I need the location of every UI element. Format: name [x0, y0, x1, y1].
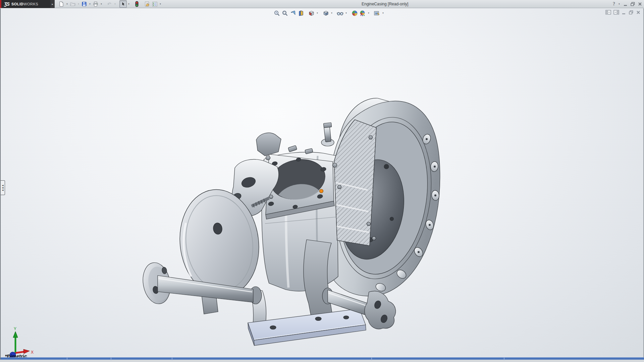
minimize-icon	[623, 2, 628, 6]
previous-view-button[interactable]	[289, 9, 297, 17]
save-button[interactable]	[80, 0, 88, 8]
window-title: EngineCasing [Read-only]	[362, 2, 408, 6]
logo-text-light: WORKS	[23, 2, 38, 6]
file-properties-icon	[144, 1, 150, 7]
select-dropdown[interactable]: ▾	[127, 3, 130, 5]
print-button[interactable]	[92, 0, 99, 8]
solidworks-logo[interactable]: ƷS SOLIDWORKS	[0, 0, 50, 8]
view-orientation-dropdown[interactable]: ▾	[316, 12, 319, 14]
display-style-button[interactable]	[322, 9, 329, 17]
hide-show-items-icon	[337, 10, 343, 16]
doc-minimize-button[interactable]	[622, 10, 626, 16]
collapse-arrow-icon: ◀	[2, 184, 4, 186]
edit-appearance-button[interactable]	[351, 9, 358, 17]
print-dropdown[interactable]: ▾	[100, 3, 103, 5]
collapse-arrow-icon: ◀	[2, 187, 4, 189]
open-button[interactable]	[69, 0, 76, 8]
options-button[interactable]	[151, 0, 158, 8]
engine-casing-model[interactable]	[142, 92, 443, 350]
undo-button[interactable]	[106, 0, 113, 8]
new-document-button[interactable]	[58, 0, 65, 8]
window-controls: ? ▾	[613, 0, 642, 8]
hide-show-items-dropdown[interactable]: ▾	[344, 12, 348, 14]
app-minimize-button[interactable]	[623, 2, 628, 6]
menu-flyout-arrow[interactable]: ▸	[50, 0, 55, 8]
taskbar-edge	[1, 357, 644, 360]
selection-marker[interactable]	[320, 189, 323, 193]
save-dropdown[interactable]: ▾	[88, 3, 92, 5]
show-left-pane-button[interactable]	[605, 10, 611, 16]
3ds-logo-icon: ƷS	[4, 1, 9, 7]
feature-manager-collapsed-tab[interactable]: ◀ ◀ ◀	[1, 180, 5, 195]
save-icon	[82, 1, 87, 7]
logo-red-stripe	[0, 0, 1, 8]
help-button[interactable]: ?	[613, 1, 615, 7]
display-style-icon	[323, 10, 329, 16]
app-close-button[interactable]	[638, 2, 642, 6]
zoom-to-area-icon	[282, 10, 288, 16]
rebuild-traffic-light-icon	[135, 1, 139, 7]
undo-dropdown[interactable]: ▾	[113, 3, 117, 5]
print-icon	[93, 1, 98, 7]
new-document-icon	[59, 1, 64, 7]
hide-show-items-button[interactable]	[336, 9, 344, 17]
apply-scene-button[interactable]	[359, 9, 366, 17]
view-orientation-button[interactable]	[308, 9, 315, 17]
edit-appearance-icon	[352, 10, 358, 16]
doc-close-icon	[636, 10, 641, 15]
document-window-controls	[605, 10, 641, 16]
previous-view-icon	[290, 10, 296, 16]
main-toolbar: ▾ ▾ ▾	[58, 0, 162, 8]
triad-y-label: Y	[14, 327, 16, 331]
logo-text-bold: SOLID	[11, 2, 23, 6]
open-icon	[70, 1, 75, 7]
flyout-arrow-icon: ▸	[52, 3, 53, 6]
new-document-dropdown[interactable]: ▾	[65, 3, 69, 5]
graphics-viewport[interactable]: ▾ ▾ ▾	[0, 8, 644, 360]
view-settings-dropdown[interactable]: ▾	[381, 12, 385, 14]
open-dropdown[interactable]: ▾	[77, 3, 80, 5]
select-cursor-icon	[120, 1, 126, 7]
titlebar: ƷS SOLIDWORKS ▸ ▾ ▾	[0, 0, 644, 8]
zoom-to-fit-button[interactable]	[273, 9, 280, 17]
doc-restore-button[interactable]	[629, 10, 634, 16]
help-dropdown[interactable]: ▾	[618, 3, 621, 5]
collapse-arrow-icon: ◀	[2, 189, 4, 191]
display-style-dropdown[interactable]: ▾	[330, 12, 333, 14]
doc-close-button[interactable]	[636, 10, 641, 16]
solidworks-window: ƷS SOLIDWORKS ▸ ▾ ▾	[0, 0, 644, 362]
headsup-view-toolbar: ▾ ▾ ▾	[273, 9, 385, 17]
apply-scene-dropdown[interactable]: ▾	[367, 12, 370, 14]
show-right-pane-icon	[613, 10, 619, 15]
apply-scene-icon	[359, 10, 366, 16]
doc-restore-icon	[629, 10, 634, 15]
restore-icon	[630, 2, 635, 6]
view-orientation-icon	[308, 10, 315, 16]
close-icon	[638, 2, 642, 6]
file-properties-button[interactable]	[143, 0, 151, 8]
app-restore-button[interactable]	[630, 2, 635, 6]
options-icon	[152, 1, 158, 7]
view-settings-icon	[374, 10, 380, 16]
select-button[interactable]	[119, 0, 127, 8]
section-view-button[interactable]	[297, 9, 305, 17]
zoom-to-fit-icon	[274, 10, 280, 16]
view-settings-button[interactable]	[373, 9, 381, 17]
zoom-to-area-button[interactable]	[281, 9, 288, 17]
show-left-pane-icon	[605, 10, 611, 15]
rebuild-button[interactable]	[133, 0, 141, 8]
triad-x-label: X	[31, 350, 34, 355]
section-view-icon	[298, 10, 304, 16]
options-dropdown[interactable]: ▾	[159, 3, 162, 5]
undo-icon	[107, 1, 112, 7]
show-right-pane-button[interactable]	[613, 10, 619, 16]
doc-minimize-icon	[622, 10, 626, 15]
